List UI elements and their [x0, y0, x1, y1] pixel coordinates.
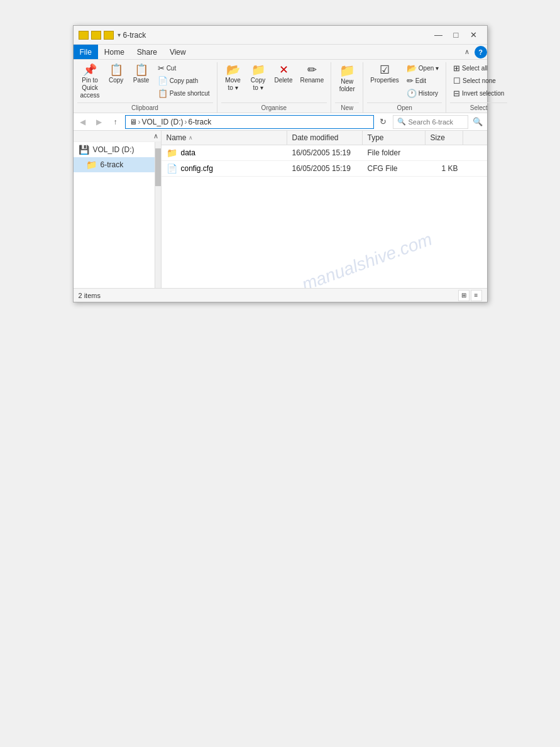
select-buttons: ⊞ Select all ☐ Select none ⊟ Invert sele… — [450, 62, 507, 101]
close-button[interactable]: ✕ — [466, 29, 482, 42]
copy-label: Copy — [109, 77, 123, 84]
new-folder-label: Newfolder — [339, 78, 355, 93]
sidebar-scroll-thumb[interactable] — [155, 148, 161, 186]
title-folder-icon2 — [91, 31, 101, 40]
title-bar: ▾ 6-track — □ ✕ — [74, 26, 487, 45]
edit-label: Edit — [415, 77, 426, 84]
file-label-config: config.cfg — [181, 164, 213, 173]
up-button[interactable]: ↑ — [109, 115, 123, 129]
copy-icon: 📋 — [109, 64, 123, 75]
forward-button[interactable]: ▶ — [92, 115, 106, 129]
menu-share[interactable]: Share — [131, 45, 163, 59]
sidebar-item-6track[interactable]: 📁 6-track — [74, 157, 155, 172]
select-group: ⊞ Select all ☐ Select none ⊟ Invert sele… — [446, 62, 511, 113]
new-buttons: 📁 Newfolder — [335, 62, 359, 101]
history-button[interactable]: 🕐 History — [404, 87, 442, 99]
sidebar-item-volid[interactable]: 💾 VOL_ID (D:) — [74, 142, 155, 157]
address-bar: ◀ ▶ ↑ 🖥 › VOL_ID (D:) › 6-track ↻ 🔍 🔍 — [74, 113, 487, 131]
rename-button[interactable]: ✏ Rename — [297, 62, 327, 86]
select-all-button[interactable]: ⊞ Select all — [450, 62, 507, 74]
select-all-icon: ⊞ — [453, 64, 460, 73]
open-button[interactable]: 📂 Open ▾ — [404, 62, 442, 74]
col-name-label: Name — [167, 133, 187, 142]
copy-path-button[interactable]: 📄 Copy path — [155, 75, 213, 87]
select-stack: ⊞ Select all ☐ Select none ⊟ Invert sele… — [450, 62, 507, 99]
invert-label: Invert selection — [462, 90, 504, 97]
col-date-label: Date modified — [292, 133, 339, 142]
sidebar: ∧ 💾 VOL_ID (D:) 📁 6-track — [74, 131, 162, 288]
file-row-config[interactable]: 📄 config.cfg 16/05/2005 15:19 CFG File 1… — [162, 161, 487, 177]
organise-label: Organise — [221, 102, 327, 111]
file-icon-config: 📄 — [167, 163, 177, 174]
title-folder-icon1 — [79, 31, 89, 40]
cut-button[interactable]: ✂ Cut — [155, 62, 213, 74]
menu-file[interactable]: File — [74, 45, 98, 59]
refresh-button[interactable]: ↻ — [376, 115, 390, 129]
properties-button[interactable]: ☑ Properties — [367, 62, 402, 86]
menu-bar: File Home Share View ∧ ? — [74, 45, 487, 60]
grid-view-button[interactable]: ⊞ — [458, 290, 469, 301]
select-none-button[interactable]: ☐ Select none — [450, 75, 507, 87]
menu-home[interactable]: Home — [98, 45, 131, 59]
menu-expand: ∧ — [459, 47, 475, 57]
pin-icon: 📌 — [83, 64, 97, 75]
properties-label: Properties — [370, 77, 399, 84]
file-header: Name ∧ Date modified Type Size — [162, 131, 487, 145]
back-button[interactable]: ◀ — [76, 115, 90, 129]
search-input[interactable] — [409, 118, 465, 126]
sidebar-expand-icon[interactable]: ∧ — [153, 132, 158, 140]
list-view-button[interactable]: ≡ — [471, 290, 482, 301]
new-folder-button[interactable]: 📁 Newfolder — [335, 62, 359, 95]
file-date-config: 16/05/2005 15:19 — [287, 163, 363, 174]
organise-group: 📂 Moveto ▾ 📁 Copyto ▾ ✕ Delete ✏ Rename … — [217, 62, 332, 113]
paste-shortcut-button[interactable]: 📋 Paste shortcut — [155, 87, 213, 99]
search-icon: 🔍 — [397, 118, 406, 126]
copy-button[interactable]: 📋 Copy — [104, 62, 128, 86]
rename-icon: ✏ — [307, 64, 317, 75]
search-button[interactable]: 🔍 — [471, 115, 485, 129]
new-folder-icon: 📁 — [339, 64, 355, 77]
main-content: ∧ 💾 VOL_ID (D:) 📁 6-track — [74, 131, 487, 288]
status-bar: 2 items ⊞ ≡ — [74, 288, 487, 302]
file-row-data[interactable]: 📁 data 16/05/2005 15:19 File folder — [162, 145, 487, 161]
copy-path-icon: 📄 — [158, 76, 168, 86]
select-label: Select — [450, 102, 507, 111]
sidebar-scrollbar[interactable] — [155, 142, 161, 288]
clipboard-buttons: 📌 Pin to Quickaccess 📋 Copy 📋 Paste ✂ — [77, 62, 213, 101]
open-buttons: ☑ Properties 📂 Open ▾ ✏ Edit 🕐 History — [367, 62, 442, 101]
pin-to-quick-button[interactable]: 📌 Pin to Quickaccess — [77, 62, 103, 101]
edit-button[interactable]: ✏ Edit — [404, 75, 442, 87]
file-date-data: 16/05/2005 15:19 — [287, 147, 363, 158]
menu-view[interactable]: View — [163, 45, 192, 59]
minimize-button[interactable]: — — [431, 29, 447, 42]
pin-label: Pin to Quickaccess — [80, 77, 100, 99]
file-label-data: data — [181, 148, 195, 157]
maximize-button[interactable]: □ — [448, 29, 464, 42]
move-to-button[interactable]: 📂 Moveto ▾ — [221, 62, 245, 94]
path-6track: 6-track — [189, 118, 212, 126]
help-button[interactable]: ? — [475, 46, 487, 58]
address-path[interactable]: 🖥 › VOL_ID (D:) › 6-track — [125, 115, 374, 129]
col-type[interactable]: Type — [363, 131, 425, 145]
ribbon-collapse-icon[interactable]: ∧ — [464, 48, 469, 56]
invert-icon: ⊟ — [453, 89, 460, 98]
watermark: manualshive.com — [299, 230, 435, 288]
folder-icon-6track: 📁 — [86, 160, 97, 170]
move-to-label: Moveto ▾ — [225, 77, 240, 92]
cut-icon: ✂ — [158, 64, 165, 73]
copy-to-button[interactable]: 📁 Copyto ▾ — [246, 62, 270, 94]
copy-to-icon: 📁 — [251, 64, 265, 75]
file-type-config: CFG File — [363, 163, 425, 174]
copy-to-label: Copyto ▾ — [251, 77, 265, 92]
path-volid: VOL_ID (D:) — [142, 118, 184, 126]
new-label: New — [335, 102, 359, 111]
col-date[interactable]: Date modified — [287, 131, 363, 145]
delete-button[interactable]: ✕ Delete — [272, 62, 296, 86]
paste-button[interactable]: 📋 Paste — [129, 62, 153, 86]
paste-shortcut-label: Paste shortcut — [170, 90, 210, 97]
invert-selection-button[interactable]: ⊟ Invert selection — [450, 87, 507, 99]
properties-icon: ☑ — [380, 64, 390, 75]
col-name[interactable]: Name ∧ — [162, 131, 287, 145]
view-buttons: ⊞ ≡ — [458, 290, 482, 301]
col-size[interactable]: Size — [425, 131, 463, 145]
